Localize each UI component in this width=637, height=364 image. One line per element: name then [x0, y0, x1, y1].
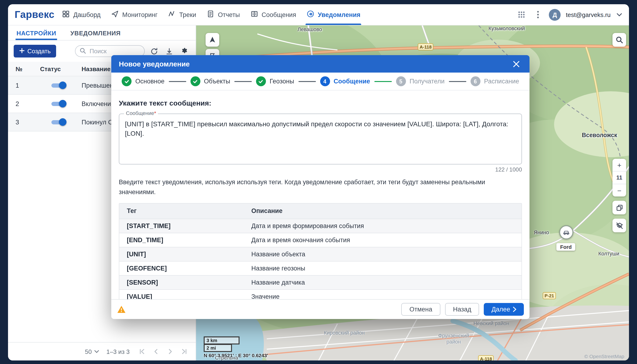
search-input[interactable]: [89, 47, 140, 55]
tag-cell: [START_TIME]: [119, 222, 251, 230]
description-cell: Дата и время формирования события: [251, 222, 521, 230]
step-label: Получатели: [409, 78, 445, 85]
map-style-button[interactable]: [612, 201, 626, 214]
zoom-out-button[interactable]: −: [612, 184, 626, 196]
status-toggle[interactable]: [51, 100, 67, 108]
nav-item-notifications[interactable]: Уведомления: [306, 4, 360, 25]
nav-item-reports[interactable]: Отчеты: [207, 4, 240, 25]
step-objects[interactable]: Объекты: [190, 76, 230, 86]
user-email[interactable]: test@garveks.ru: [566, 11, 610, 18]
step-label: Основное: [135, 78, 165, 85]
description-cell: Значение: [251, 293, 521, 299]
road-badge-a118: А-118: [418, 43, 434, 50]
modal-body: Укажите текст сообщения: Сообщение* [UNI…: [111, 90, 529, 299]
vehicle-marker[interactable]: [559, 225, 573, 239]
col-tag: Тег: [119, 208, 251, 215]
map-label-kirovsky-district: Кировский район: [322, 330, 367, 336]
new-notification-modal: Новое уведомление Основное Объекты: [111, 55, 529, 319]
nav-item-messages[interactable]: Сообщения: [250, 4, 296, 25]
create-button-label: Создать: [27, 48, 51, 55]
col-description: Описание: [251, 208, 521, 215]
status-toggle[interactable]: [51, 81, 67, 90]
row-number: 3: [8, 118, 34, 126]
map-traffic-toggle-button[interactable]: [612, 219, 626, 232]
modal-header: Новое уведомление: [111, 55, 529, 72]
step-geofences[interactable]: Геозоны: [256, 76, 294, 86]
check-icon: [190, 76, 200, 86]
create-button[interactable]: Создать: [14, 45, 56, 58]
nav-item-dashboard[interactable]: Дашборд: [62, 4, 101, 25]
tag-row: [END_TIME] Дата и время окончания событи…: [119, 233, 521, 248]
search-icon: [616, 36, 623, 43]
step-connector: [449, 81, 466, 82]
main-nav: Дашборд Мониторинг Треки Отчеты Сообщени…: [62, 4, 360, 25]
tag-row: [UNIT] Название объекта: [119, 248, 521, 262]
chevron-down-icon[interactable]: [616, 9, 622, 20]
map-label-frunzensky-district: Фрунзенский район: [431, 333, 476, 345]
document-icon: [207, 10, 215, 19]
nav-label: Дашборд: [73, 11, 101, 18]
message-icon: [250, 10, 258, 19]
map-search-button[interactable]: [612, 33, 626, 47]
status-toggle[interactable]: [51, 118, 67, 126]
next-button[interactable]: Далее: [484, 303, 524, 316]
map-attribution[interactable]: © OpenStreetMap: [584, 354, 624, 359]
col-status: Статус: [34, 65, 82, 72]
page-size-select[interactable]: 50: [85, 348, 99, 355]
map-label-vsevolozhsk: Всеволожск: [582, 132, 617, 138]
back-button[interactable]: Назад: [445, 303, 479, 316]
prev-page-button[interactable]: [151, 347, 161, 356]
app-window: Гарвекс Дашборд Мониторинг Треки Отчеты: [8, 4, 629, 360]
tab-settings[interactable]: НАСТРОЙКИ: [16, 26, 57, 40]
check-icon: [122, 76, 132, 86]
message-field: Сообщение* [UNIT] в [START_TIME] превыси…: [119, 114, 522, 164]
first-page-button[interactable]: [137, 347, 147, 356]
tags-help-text: Введите текст уведомления, используя исп…: [119, 178, 522, 198]
close-icon[interactable]: [511, 58, 522, 70]
tab-notifications[interactable]: УВЕДОМЛЕНИЯ: [70, 26, 122, 40]
zoom-in-button[interactable]: +: [612, 159, 626, 171]
step-recipients[interactable]: 5 Получатели: [396, 76, 445, 86]
next-page-button[interactable]: [166, 347, 175, 356]
modal-footer: Отмена Назад Далее: [111, 299, 529, 319]
step-general[interactable]: Основное: [122, 76, 165, 86]
step-label: Объекты: [204, 78, 230, 85]
car-icon: [562, 228, 570, 236]
nav-item-monitoring[interactable]: Мониторинг: [111, 4, 158, 25]
logo[interactable]: Гарвекс: [15, 9, 55, 20]
step-label: Сообщение: [334, 78, 370, 85]
tag-row: [GEOFENCE] Название геозоны: [119, 262, 521, 276]
road-badge-a118-south: А-118: [478, 355, 494, 360]
avatar[interactable]: Д: [549, 9, 561, 20]
row-number: 2: [8, 100, 34, 107]
topbar-right: Д test@garveks.ru: [516, 4, 622, 25]
check-icon: [256, 76, 266, 86]
chevron-right-icon: [513, 307, 516, 312]
tags-table: Тег Описание [START_TIME] Дата и время ф…: [119, 203, 522, 299]
nav-item-tracks[interactable]: Треки: [168, 4, 196, 25]
step-number: 4: [320, 76, 330, 86]
cursor-coordinates: N 60° 3.9521' : E 30° 0.6243': [204, 352, 268, 358]
search-icon: [80, 47, 86, 55]
dashboard-icon: [62, 10, 70, 19]
step-message[interactable]: 4 Сообщение: [320, 76, 370, 86]
map-label-kuzmolovsky: Кузьмоловский: [488, 26, 525, 31]
tag-cell: [VALUE]: [119, 293, 251, 299]
cancel-button[interactable]: Отмена: [401, 303, 440, 316]
vehicle-label[interactable]: Ford: [556, 243, 575, 251]
last-page-button[interactable]: [180, 347, 189, 356]
nav-label: Отчеты: [218, 11, 240, 18]
message-textarea[interactable]: [UNIT] в [START_TIME] превысил максималь…: [119, 114, 521, 164]
step-schedule[interactable]: 6 Расписание: [470, 76, 519, 86]
map-label-levashovo: Левашово: [298, 26, 322, 32]
chevron-down-icon: [94, 350, 99, 353]
route-icon: [168, 10, 176, 19]
scale-mi: 2 mi: [204, 344, 232, 352]
tag-cell: [GEOFENCE]: [119, 265, 251, 272]
step-connector: [234, 81, 252, 82]
nav-label: Мониторинг: [122, 11, 158, 18]
kebab-menu-icon[interactable]: [532, 9, 544, 20]
apps-grid-icon[interactable]: [516, 9, 527, 20]
nav-label: Уведомления: [318, 11, 360, 18]
map-locate-button[interactable]: [206, 33, 219, 47]
